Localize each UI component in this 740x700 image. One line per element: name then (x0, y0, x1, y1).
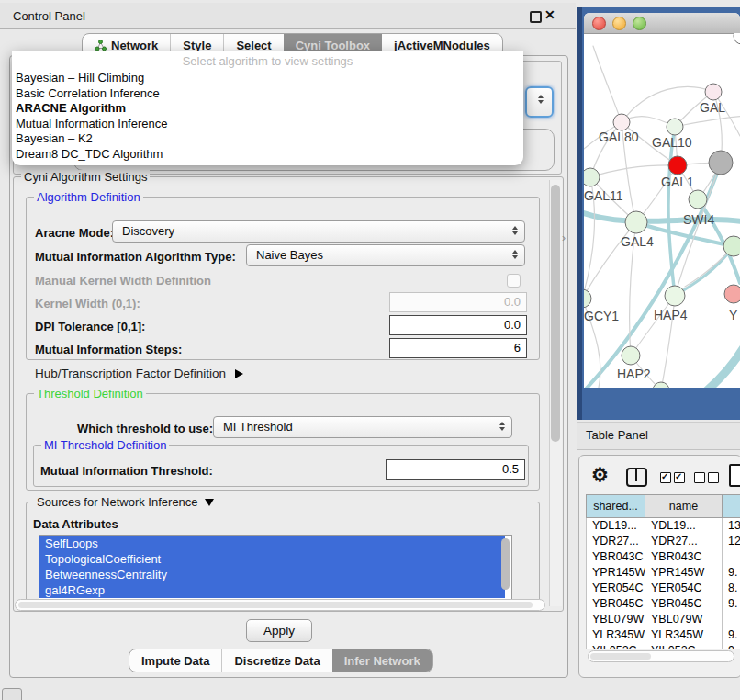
mi-threshold-input[interactable]: 0.5 (386, 459, 525, 480)
table-cell: 9. (723, 596, 740, 612)
network-node[interactable] (625, 211, 647, 233)
maximize-window-icon[interactable] (633, 17, 646, 30)
hub-definition-toggle[interactable]: Hub/Transcription Factor Definition (35, 367, 243, 380)
algorithm-combo-arrow-button[interactable] (525, 86, 554, 118)
column-header[interactable]: shared... (587, 495, 645, 518)
network-node[interactable] (668, 156, 687, 175)
document-icon[interactable] (729, 464, 740, 487)
network-node-label: HAP4 (654, 308, 688, 322)
data-attributes-list: SelfLoopsTopologicalCoefficientBetweenne… (39, 536, 511, 598)
sources-group-title-row[interactable]: Sources for Network Inference (34, 495, 217, 509)
settings-hscrollbar[interactable] (15, 599, 545, 611)
tab-discretize-data[interactable]: Discretize Data (221, 649, 331, 672)
column-header[interactable]: name (645, 495, 723, 518)
apply-button[interactable]: Apply (246, 619, 312, 642)
gear-icon[interactable]: ⚙ (591, 464, 609, 486)
network-edge[interactable] (593, 46, 622, 122)
bottom-tabstrip: Impute Data Discretize Data Infer Networ… (129, 649, 433, 672)
tab-label: Impute Data (141, 654, 209, 668)
table-row[interactable]: YER054CYER054C8. (587, 581, 740, 596)
network-desktop-edge (577, 7, 582, 420)
bottom-left-mini-button[interactable] (2, 688, 22, 700)
table-row[interactable]: YLR345WYLR345W9. (587, 627, 740, 643)
table-cell (723, 612, 740, 627)
table-cell: YIL052C (645, 643, 723, 649)
algorithm-option[interactable]: Bayesian – K2 (12, 131, 523, 147)
table-row[interactable]: YIL052CYIL052C9 (587, 643, 740, 649)
network-node[interactable] (667, 119, 683, 135)
table-row[interactable]: YDR27...YDR27...12 (587, 534, 740, 549)
mi-steps-input[interactable]: 6 (389, 338, 527, 358)
float-window-button[interactable] (530, 11, 542, 23)
table-cell: YLR345W (587, 627, 645, 643)
table-cell: YIL052C (587, 643, 645, 649)
table-cell: YBL079W (587, 612, 645, 627)
network-node[interactable] (724, 285, 740, 303)
network-window-titlebar[interactable] (584, 13, 740, 34)
network-edge[interactable] (584, 211, 740, 222)
table-row[interactable]: YBL079WYBL079W (587, 612, 740, 627)
dpi-tolerance-input[interactable]: 0.0 (389, 315, 527, 335)
columns-icon[interactable] (626, 468, 647, 487)
table-row[interactable]: YBR045CYBR045C9. (587, 596, 740, 612)
table-cell: 13 (723, 518, 740, 535)
splitter-collapse-icon[interactable]: › (562, 231, 566, 244)
network-node[interactable] (705, 84, 722, 100)
network-node[interactable] (584, 168, 600, 186)
data-attributes-listbox[interactable]: SelfLoopsTopologicalCoefficientBetweenne… (39, 535, 512, 601)
network-node[interactable] (653, 382, 669, 388)
algorithm-option[interactable]: Basic Correlation Inference (12, 86, 523, 102)
attributes-scrollbar-thumb[interactable] (501, 538, 510, 590)
aracne-mode-select[interactable]: Discovery (112, 220, 525, 243)
network-node[interactable] (622, 346, 640, 365)
minimize-window-icon[interactable] (612, 17, 626, 30)
network-edge[interactable] (656, 347, 740, 388)
network-node[interactable] (665, 286, 685, 306)
algorithm-option[interactable]: ARACNE Algorithm (12, 101, 523, 117)
tab-infer-network[interactable]: Infer Network (332, 649, 432, 672)
attribute-option[interactable]: SelfLoops (39, 536, 505, 551)
collapse-down-icon (205, 499, 214, 506)
network-node[interactable] (689, 190, 707, 209)
spinner-arrows-icon (538, 95, 544, 104)
network-canvas-svg: GALGAL80GAL10GAL1GAL11SWI4GAL4GCY1HAP4YH… (584, 33, 740, 388)
network-node[interactable] (584, 289, 591, 308)
settings-hscrollbar-thumb[interactable] (18, 602, 533, 608)
manual-kernel-width-label: Manual Kernel Width Definition (35, 274, 211, 288)
close-window-icon[interactable] (592, 17, 606, 30)
settings-scrollbar-thumb[interactable] (551, 185, 560, 442)
network-node-label: GAL80 (599, 130, 639, 144)
select-all-icon[interactable] (660, 470, 688, 487)
node-table[interactable]: shared...name YDL19...YDL19...13YDR27...… (586, 494, 740, 649)
close-panel-button[interactable]: ✕ (544, 7, 555, 22)
network-node-label: GAL (700, 100, 725, 115)
algorithm-option[interactable]: Bayesian – Hill Climbing (12, 71, 523, 86)
kernel-width-label: Kernel Width (0,1): (35, 297, 140, 310)
tab-label: Discretize Data (234, 654, 320, 668)
which-threshold-select[interactable]: MI Threshold (213, 416, 512, 438)
kernel-width-input[interactable]: 0.0 (389, 292, 527, 312)
column-header[interactable] (723, 495, 740, 518)
table-row[interactable]: YDL19...YDL19...13 (587, 518, 740, 535)
aracne-mode-value: Discovery (122, 224, 174, 238)
table-hscrollbar-thumb[interactable] (590, 653, 651, 660)
network-node[interactable] (723, 236, 740, 256)
mi-type-select[interactable]: Naive Bayes (246, 244, 525, 266)
algorithm-option[interactable]: Dream8 DC_TDC Algorithm (12, 147, 523, 163)
network-node[interactable] (709, 151, 733, 175)
table-hscrollbar[interactable] (588, 650, 734, 662)
table-row[interactable]: YPR145WYPR145W9. (587, 565, 740, 581)
attribute-option[interactable]: gal4RGexp (39, 582, 505, 598)
network-canvas[interactable]: GALGAL80GAL10GAL1GAL11SWI4GAL4GCY1HAP4YH… (584, 33, 740, 388)
network-edge[interactable] (675, 246, 734, 296)
tab-impute-data[interactable]: Impute Data (129, 649, 221, 672)
network-node[interactable] (734, 33, 740, 44)
algorithm-option[interactable]: Mutual Information Inference (12, 117, 523, 132)
deselect-all-icon[interactable] (694, 470, 722, 487)
attribute-option[interactable]: BetweennessCentrality (39, 567, 505, 582)
settings-scrollbar[interactable] (549, 180, 562, 606)
network-node[interactable] (613, 114, 630, 130)
table-row[interactable]: YBR043CYBR043C (587, 549, 740, 565)
manual-kernel-width-checkbox[interactable] (507, 274, 521, 288)
attribute-option[interactable]: TopologicalCoefficient (39, 551, 505, 567)
